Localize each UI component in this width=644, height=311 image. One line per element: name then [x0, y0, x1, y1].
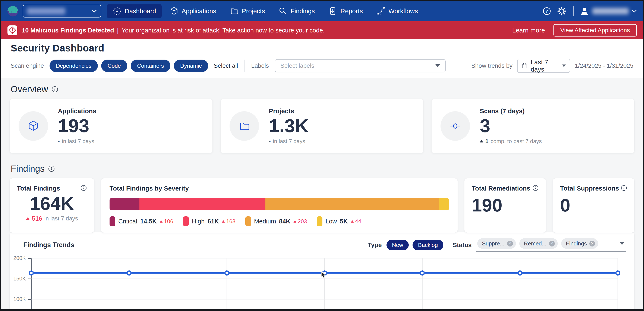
- page-header: Security Dashboard Scan engine Dependenc…: [1, 39, 643, 78]
- alert-title: 10 Malicious Findings Detected: [22, 27, 114, 34]
- trend-point[interactable]: [420, 270, 425, 276]
- y-tick-label: 100K: [4, 296, 26, 302]
- chevron-down-icon: [632, 10, 637, 13]
- date-range-select[interactable]: Last 7 days: [517, 59, 570, 73]
- nav-label: Projects: [242, 8, 265, 15]
- select-all-link[interactable]: Select all: [214, 62, 238, 69]
- card-value: 193: [58, 116, 96, 136]
- scan-engine-pills: Dependencies Code Containers Dynamic: [50, 60, 208, 72]
- y-tick-label: 150K: [4, 276, 26, 282]
- legend-item-medium: Medium 84K 203: [245, 216, 307, 226]
- subtext: in last 7 days: [273, 138, 305, 144]
- scan-icon: [449, 120, 462, 132]
- card-value: 3: [480, 116, 542, 136]
- folder-icon: [238, 120, 250, 132]
- help-button[interactable]: ?: [542, 6, 552, 16]
- trend-point[interactable]: [29, 270, 34, 276]
- y-tick-label: 200K: [4, 255, 26, 261]
- severity-segment-critical[interactable]: [110, 198, 140, 210]
- folder-icon: [230, 6, 239, 16]
- trend-point[interactable]: [615, 270, 620, 276]
- info-icon[interactable]: [621, 185, 627, 191]
- delta-up-icon: [26, 217, 30, 220]
- remove-chip-icon[interactable]: ✕: [507, 241, 513, 246]
- card-subtext: - in last 7 days: [269, 138, 308, 144]
- severity-stacked-bar: [110, 198, 449, 210]
- remove-chip-icon[interactable]: ✕: [549, 241, 555, 246]
- severity-legend: Critical 14.5K 106 High 61K 163 Medium 8…: [110, 216, 449, 226]
- gear-icon: [557, 6, 567, 16]
- engine-pill-containers[interactable]: Containers: [131, 60, 170, 72]
- nav-item-reports[interactable]: Reports: [322, 4, 368, 18]
- info-icon[interactable]: [80, 185, 87, 191]
- nav-item-applications[interactable]: Applications: [164, 4, 222, 18]
- status-chip-remediated: Remed... ✕: [519, 238, 558, 249]
- overview-title: Overview: [11, 84, 48, 94]
- info-icon[interactable]: [532, 185, 539, 191]
- delta-up-icon: [351, 220, 354, 222]
- engine-pill-dependencies[interactable]: Dependencies: [50, 60, 98, 72]
- mouse-cursor: [321, 271, 327, 279]
- chip-label: Findings: [566, 240, 587, 247]
- trend-point[interactable]: [126, 270, 132, 276]
- nav-item-findings[interactable]: Findings: [273, 4, 320, 18]
- total-remediations-card: Total Remediations 190: [464, 178, 546, 233]
- legend-delta: 44: [351, 218, 361, 225]
- malicious-alert-icon: [7, 25, 18, 36]
- dashboard-gauge-icon: [112, 6, 122, 16]
- show-trends-label: Show trends by: [471, 62, 512, 69]
- nav-item-projects[interactable]: Projects: [224, 4, 270, 18]
- caret-down-icon: [620, 242, 624, 245]
- type-pill-new[interactable]: New: [386, 240, 409, 250]
- caret-down-icon: [562, 64, 566, 67]
- card-label: Total Remediations: [472, 185, 530, 192]
- filter-divider: [244, 60, 245, 72]
- type-pill-backlog[interactable]: Backlog: [412, 240, 444, 250]
- delta-value: 516: [32, 215, 42, 222]
- card-label: Scans (7 days): [480, 108, 542, 115]
- nav-label: Reports: [340, 8, 363, 15]
- labels-select[interactable]: Select labels: [275, 59, 446, 72]
- status-multiselect[interactable]: Suppre... ✕ Remed... ✕ Findings ✕: [476, 238, 626, 252]
- severity-segment-low[interactable]: [439, 198, 449, 210]
- severity-segment-high[interactable]: [140, 198, 266, 210]
- organization-name-redacted: [27, 8, 65, 14]
- info-icon[interactable]: [52, 86, 58, 93]
- learn-more-link[interactable]: Learn more: [512, 27, 545, 34]
- view-affected-applications-button[interactable]: View Affected Applications: [554, 24, 637, 36]
- app-window: Dashboard Applications Projects: [0, 0, 644, 311]
- card-label: Projects: [269, 108, 308, 115]
- gridline-v: [618, 258, 618, 309]
- legend-name: High: [192, 218, 204, 225]
- chip-label: Remed...: [524, 240, 547, 247]
- info-icon[interactable]: [48, 165, 55, 172]
- settings-button[interactable]: [557, 6, 567, 16]
- engine-pill-code[interactable]: Code: [101, 60, 127, 72]
- trends-controls: Type New Backlog Status Suppre... ✕ Reme…: [368, 238, 626, 252]
- engine-pill-dynamic[interactable]: Dynamic: [174, 60, 208, 72]
- legend-name: Critical: [118, 218, 137, 225]
- severity-segment-medium[interactable]: [266, 198, 439, 210]
- nav-item-dashboard[interactable]: Dashboard: [107, 4, 162, 18]
- mend-logo-icon: [7, 6, 18, 17]
- date-range-value: Last 7 days: [530, 58, 559, 73]
- filter-bar: Scan engine Dependencies Code Containers…: [11, 59, 633, 72]
- organization-selector[interactable]: [23, 5, 101, 18]
- remove-chip-icon[interactable]: ✕: [589, 241, 595, 246]
- nav-item-workflows[interactable]: Workflows: [370, 4, 424, 18]
- status-chip-findings: Findings ✕: [561, 238, 598, 249]
- subtext: comp. to past 7 days: [490, 138, 542, 144]
- trend-point[interactable]: [224, 270, 229, 276]
- help-icon: ?: [542, 6, 552, 16]
- trend-point[interactable]: [518, 270, 522, 276]
- malicious-findings-alert-banner: 10 Malicious Findings Detected | Your or…: [1, 21, 643, 39]
- search-icon: [278, 6, 288, 16]
- user-menu[interactable]: [580, 6, 637, 16]
- alert-body: Your organization is at risk of attack! …: [122, 27, 324, 34]
- total-suppressions-card: Total Suppressions 0: [552, 178, 634, 233]
- scan-engine-label: Scan engine: [11, 62, 44, 69]
- y-tick: [28, 278, 31, 279]
- legend-swatch: [183, 216, 189, 226]
- applications-icon-circle: [18, 111, 48, 141]
- cube-icon: [27, 120, 40, 132]
